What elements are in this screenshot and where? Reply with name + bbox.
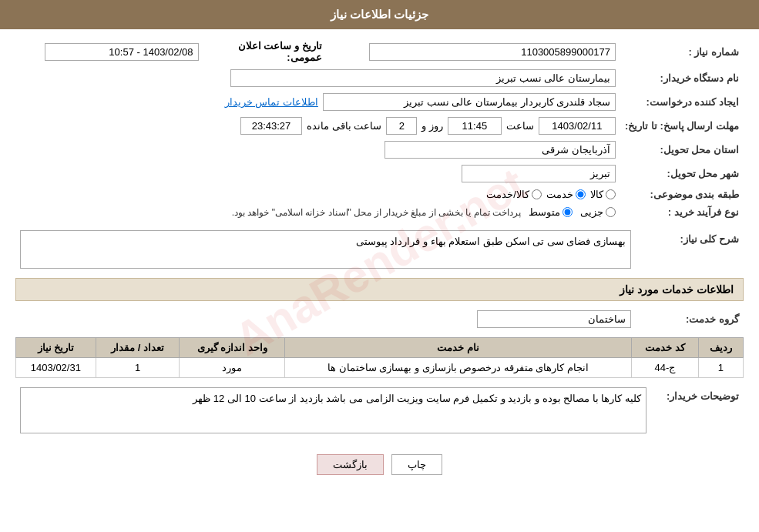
col-quantity: تعداد / مقدار bbox=[96, 338, 180, 358]
need-number-label: شماره نیاز : bbox=[620, 37, 744, 66]
city-label: شهر محل تحویل: bbox=[620, 162, 744, 186]
row-province: استان محل تحویل: آذربایجان شرقی bbox=[15, 138, 744, 162]
description-label: شرح کلی نیاز: bbox=[636, 227, 744, 272]
category-radio-khedmat[interactable] bbox=[576, 189, 586, 199]
button-bar: چاپ بازگشت bbox=[15, 443, 744, 487]
col-name: نام خدمت bbox=[285, 338, 632, 358]
main-content: AnaRender.net شماره نیاز : 1103005899000… bbox=[0, 29, 759, 494]
services-section-header: اطلاعات خدمات مورد نیاز bbox=[15, 278, 744, 301]
row-description: شرح کلی نیاز: بهسازی فضای سی تی اسکن طبق… bbox=[15, 227, 744, 272]
category-option-khedmat[interactable]: خدمت bbox=[546, 189, 586, 200]
purchase-type-jozi[interactable]: جزیی bbox=[580, 206, 616, 218]
category-option-kala-khedmat[interactable]: کالا/خدمت bbox=[486, 189, 542, 200]
buyer-notes-value: کلیه کارها با مصالح بوده و بازدید و تکمی… bbox=[20, 387, 646, 433]
need-number-value: 1103005899000177 bbox=[369, 43, 616, 61]
buyer-notes-table: توضیحات خریدار: کلیه کارها با مصالح بوده… bbox=[15, 384, 744, 437]
category-label: طبقه بندی موضوعی: bbox=[620, 186, 744, 203]
col-unit: واحد اندازه گیری bbox=[180, 338, 285, 358]
col-row: ردیف bbox=[698, 338, 743, 358]
deadline-days: 2 bbox=[386, 117, 417, 135]
cell-name: انجام کارهای متفرقه درخصوص بازسازی و بهس… bbox=[285, 358, 632, 378]
page-wrapper: جزئیات اطلاعات نیاز AnaRender.net شماره … bbox=[0, 0, 759, 532]
row-service-group: گروه خدمت: ساختمان bbox=[15, 307, 744, 331]
deadline-date: 1403/02/11 bbox=[539, 117, 616, 135]
services-table-head: ردیف کد خدمت نام خدمت واحد اندازه گیری ت… bbox=[16, 338, 744, 358]
purchase-type-label: نوع فرآیند خرید : bbox=[620, 203, 744, 221]
page-header: جزئیات اطلاعات نیاز bbox=[0, 0, 759, 29]
info-table: شماره نیاز : 1103005899000177 تاریخ و سا… bbox=[15, 37, 744, 221]
service-group-value: ساختمان bbox=[477, 310, 631, 328]
buyer-notes-label: توضیحات خریدار: bbox=[651, 384, 744, 437]
print-button[interactable]: چاپ bbox=[391, 454, 442, 475]
purchase-type-motavaset[interactable]: متوسط bbox=[529, 206, 573, 218]
province-value: آذربایجان شرقی bbox=[385, 141, 616, 159]
deadline-remaining-label: ساعت باقی مانده bbox=[307, 120, 381, 132]
cell-quantity: 1 bbox=[96, 358, 180, 378]
row-city: شهر محل تحویل: تبریز bbox=[15, 162, 744, 186]
category-radio-kala[interactable] bbox=[606, 189, 616, 199]
category-radio-kala-khedmat[interactable] bbox=[532, 189, 542, 199]
row-purchase-type: نوع فرآیند خرید : جزیی متوسط پرداخت تمام… bbox=[15, 203, 744, 221]
deadline-remaining: 23:43:27 bbox=[240, 117, 302, 135]
row-buyer-notes: توضیحات خریدار: کلیه کارها با مصالح بوده… bbox=[15, 384, 744, 437]
purchase-type-note: پرداخت تمام یا بخشی از مبلغ خریدار از مح… bbox=[232, 207, 521, 218]
description-table: شرح کلی نیاز: بهسازی فضای سی تی اسکن طبق… bbox=[15, 227, 744, 272]
cell-date: 1403/02/31 bbox=[16, 358, 96, 378]
contact-link[interactable]: اطلاعات تماس خریدار bbox=[225, 96, 318, 108]
services-table: ردیف کد خدمت نام خدمت واحد اندازه گیری ت… bbox=[15, 337, 744, 378]
row-need-number: شماره نیاز : 1103005899000177 تاریخ و سا… bbox=[15, 37, 744, 66]
row-creator: ایجاد کننده درخواست: سجاد قلندری کاربردا… bbox=[15, 90, 744, 114]
deadline-time-label: ساعت bbox=[506, 120, 534, 132]
row-deadline: مهلت ارسال پاسخ: تا تاریخ: 1403/02/11 سا… bbox=[15, 114, 744, 138]
category-option-kala[interactable]: کالا bbox=[590, 189, 616, 200]
table-row: 1ج-44انجام کارهای متفرقه درخصوص بازسازی … bbox=[16, 358, 744, 378]
services-table-body: 1ج-44انجام کارهای متفرقه درخصوص بازسازی … bbox=[16, 358, 744, 378]
buyer-org-label: نام دستگاه خریدار: bbox=[620, 66, 744, 90]
row-category: طبقه بندی موضوعی: کالا خدمت bbox=[15, 186, 744, 203]
purchase-radio-jozi[interactable] bbox=[606, 207, 616, 217]
announce-date-value: 1403/02/08 - 10:57 bbox=[45, 43, 199, 61]
description-value: بهسازی فضای سی تی اسکن طبق استعلام بهاء … bbox=[20, 230, 631, 269]
deadline-time: 11:45 bbox=[448, 117, 502, 135]
cell-row: 1 bbox=[698, 358, 743, 378]
cell-code: ج-44 bbox=[632, 358, 699, 378]
creator-label: ایجاد کننده درخواست: bbox=[620, 90, 744, 114]
back-button[interactable]: بازگشت bbox=[317, 454, 384, 475]
row-buyer-org: نام دستگاه خریدار: بیمارستان عالی نسب تب… bbox=[15, 66, 744, 90]
deadline-day-label: روز و bbox=[421, 120, 443, 132]
service-group-table: گروه خدمت: ساختمان bbox=[15, 307, 744, 331]
services-table-header-row: ردیف کد خدمت نام خدمت واحد اندازه گیری ت… bbox=[16, 338, 744, 358]
announce-date-label: تاریخ و ساعت اعلان عمومی: bbox=[203, 37, 327, 66]
buyer-org-value: بیمارستان عالی نسب تبریز bbox=[230, 69, 616, 87]
creator-value: سجاد قلندری کاربردار بیمارستان عالی نسب … bbox=[323, 93, 616, 111]
deadline-label: مهلت ارسال پاسخ: تا تاریخ: bbox=[620, 114, 744, 138]
province-label: استان محل تحویل: bbox=[620, 138, 744, 162]
page-title: جزئیات اطلاعات نیاز bbox=[331, 8, 428, 21]
purchase-radio-motavaset[interactable] bbox=[563, 207, 573, 217]
cell-unit: مورد bbox=[180, 358, 285, 378]
col-date: تاریخ نیاز bbox=[16, 338, 96, 358]
service-group-label: گروه خدمت: bbox=[636, 307, 744, 331]
col-code: کد خدمت bbox=[632, 338, 699, 358]
city-value: تبریز bbox=[462, 165, 616, 182]
